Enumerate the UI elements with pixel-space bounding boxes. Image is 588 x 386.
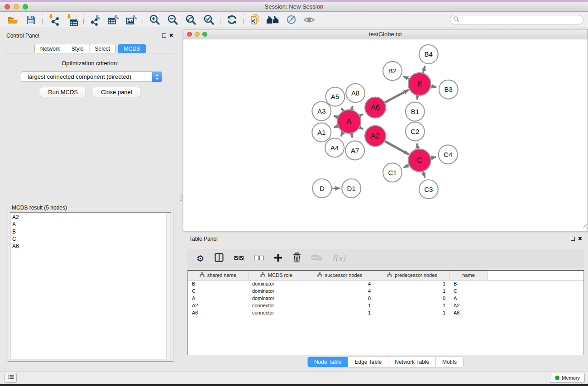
open-session-button[interactable] xyxy=(5,13,21,27)
close-panel-icon[interactable]: ✖ xyxy=(578,236,582,242)
table-cell[interactable]: dominator xyxy=(248,287,305,295)
tab-mcds[interactable]: MCDS xyxy=(118,44,146,54)
close-panel-icon[interactable]: ✖ xyxy=(169,33,173,38)
function-builder-button[interactable]: f(x) xyxy=(332,254,345,263)
table-cell[interactable]: B xyxy=(188,280,248,287)
column-header-MCDS-role[interactable]: MCDS role xyxy=(248,271,305,280)
close-panel-button[interactable]: Close panel xyxy=(93,87,140,97)
memory-button[interactable]: Memory xyxy=(550,373,585,383)
table-cell[interactable]: 4 xyxy=(305,287,375,295)
mcds-result-item[interactable]: A2 xyxy=(10,214,171,221)
import-network-button[interactable] xyxy=(46,13,62,27)
list-scrollbar[interactable] xyxy=(166,213,171,359)
table-cell[interactable]: 1 xyxy=(375,302,449,309)
tab-style[interactable]: Style xyxy=(66,44,89,53)
table-cell[interactable]: connector xyxy=(248,309,305,316)
table-cell[interactable]: connector xyxy=(248,302,305,309)
column-header-successor-nodes[interactable]: successor nodes xyxy=(305,271,375,280)
graph-edge-A-A5[interactable] xyxy=(341,108,343,111)
tab-network-table[interactable]: Network Table xyxy=(388,357,435,367)
tab-network[interactable]: Network xyxy=(35,44,66,53)
graph-edge-A-A3[interactable] xyxy=(334,116,338,117)
table-cell[interactable]: 1 xyxy=(375,309,449,316)
column-header-predecessor-nodes[interactable]: predecessor nodes xyxy=(375,271,449,280)
table-row[interactable]: A2connector11A2 xyxy=(188,302,583,309)
graph-edge-A6-B[interactable] xyxy=(385,90,409,102)
graph-edge-A-A4[interactable] xyxy=(341,132,343,136)
table-cell[interactable]: A xyxy=(188,295,248,302)
delete-column-button[interactable] xyxy=(292,253,301,264)
network-window-titlebar[interactable]: testGlobe.txt xyxy=(183,29,588,39)
table-row[interactable]: Cdominator41C xyxy=(188,287,583,295)
table-row[interactable]: A6connector11A6 xyxy=(188,309,583,316)
network-canvas[interactable]: B4B2BB3A5A8A6A3B1AC2A1A2A4A7C4CC1C3DD1 xyxy=(183,39,588,231)
graph-edge-A-A1[interactable] xyxy=(334,126,338,127)
import-table-button[interactable] xyxy=(64,13,80,27)
table-cell[interactable]: 4 xyxy=(305,280,375,287)
eye-button[interactable] xyxy=(301,13,317,27)
graph-edge-B-B3[interactable] xyxy=(431,86,436,87)
resize-grip-icon[interactable] xyxy=(581,222,587,230)
table-cell[interactable]: A6 xyxy=(449,309,488,316)
mcds-result-item[interactable]: C xyxy=(10,235,171,243)
unselect-all-columns-button[interactable] xyxy=(254,254,264,262)
graph-edge-B-B1[interactable] xyxy=(417,95,417,100)
table-cell[interactable]: 1 xyxy=(375,280,449,287)
graph-edge-C-C3[interactable] xyxy=(423,172,425,177)
zoom-in-button[interactable] xyxy=(146,13,163,27)
graph-edge-B-B2[interactable] xyxy=(403,76,409,79)
create-column-button[interactable] xyxy=(274,253,282,264)
search-input[interactable] xyxy=(459,16,583,24)
graph-edge-A-A8[interactable] xyxy=(352,106,353,110)
table-cell[interactable]: 1 xyxy=(305,309,375,316)
table-cell[interactable]: B xyxy=(449,280,488,287)
zoom-fit-button[interactable] xyxy=(182,13,199,27)
mcds-result-item[interactable]: B xyxy=(10,228,171,235)
export-network-button[interactable] xyxy=(87,13,103,27)
float-panel-icon[interactable] xyxy=(571,237,575,241)
optimization-criterion-dropdown[interactable]: largest connected component (directed) xyxy=(21,71,162,82)
table-row[interactable]: Adominator80A xyxy=(188,295,583,302)
save-session-button[interactable] xyxy=(23,13,39,27)
table-row[interactable]: Bdominator41B xyxy=(188,280,583,287)
graph-edge-A-A6[interactable] xyxy=(360,114,363,116)
table-cell[interactable]: 8 xyxy=(305,295,375,302)
home-views-button[interactable] xyxy=(265,13,281,27)
splitter-handle[interactable] xyxy=(180,195,182,201)
select-all-columns-button[interactable] xyxy=(234,254,244,262)
graph-edge-B-B4[interactable] xyxy=(423,66,425,73)
table-cell[interactable]: 0 xyxy=(375,295,449,302)
table-cell[interactable]: dominator xyxy=(248,280,305,287)
graph-edge-C-C2[interactable] xyxy=(417,143,418,149)
export-image-button[interactable] xyxy=(123,13,139,27)
float-panel-icon[interactable] xyxy=(162,33,166,38)
table-cell[interactable]: A2 xyxy=(188,302,248,309)
refresh-button[interactable] xyxy=(224,13,240,27)
table-cell[interactable]: A2 xyxy=(449,302,488,309)
status-list-button[interactable] xyxy=(5,373,17,383)
table-settings-button[interactable]: ⚙ xyxy=(196,254,204,263)
graph-edge-A2-C[interactable] xyxy=(385,141,409,154)
table-cell[interactable]: A xyxy=(449,295,488,302)
table-cell[interactable]: dominator xyxy=(248,295,305,302)
table-cell[interactable]: A6 xyxy=(188,309,248,316)
table-cell[interactable]: C xyxy=(449,287,488,295)
run-mcds-button[interactable]: Run MCDS xyxy=(40,87,86,97)
network-document-button[interactable] xyxy=(247,13,263,27)
tab-node-table[interactable]: Node Table xyxy=(308,357,348,367)
graph-edge-A-A2[interactable] xyxy=(360,128,363,129)
column-header-name[interactable]: name xyxy=(449,271,488,280)
column-header-shared-name[interactable]: shared name xyxy=(188,271,248,280)
table-cell[interactable]: 1 xyxy=(375,287,449,295)
table-cell[interactable]: 1 xyxy=(305,302,375,309)
graph-edge-C-C1[interactable] xyxy=(404,165,409,167)
mcds-result-item[interactable]: A xyxy=(10,221,171,228)
graph-edge-C-C4[interactable] xyxy=(431,157,436,158)
show-columns-button[interactable] xyxy=(214,253,224,264)
export-table-button[interactable] xyxy=(105,13,121,27)
table-cell[interactable]: C xyxy=(188,287,248,295)
graph-edge-A-A7[interactable] xyxy=(352,133,353,138)
delete-table-button[interactable] xyxy=(311,254,322,263)
hide-labels-button[interactable] xyxy=(283,13,299,27)
tab-edge-table[interactable]: Edge Table xyxy=(348,357,388,367)
